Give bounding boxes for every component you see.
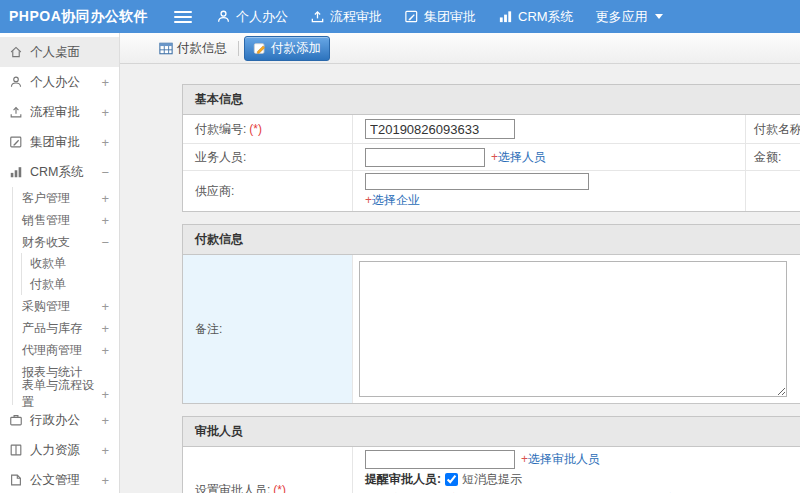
table-icon bbox=[159, 42, 173, 55]
form-row-supplier: 供应商: +选择企业 bbox=[183, 171, 800, 211]
set-approver-label: 设置审批人员: bbox=[195, 482, 270, 493]
user-icon bbox=[216, 9, 231, 24]
edit-icon bbox=[9, 135, 23, 149]
form-row-remark: 备注: bbox=[183, 255, 800, 403]
sidebar-item-crm[interactable]: CRM系统 − bbox=[0, 157, 119, 187]
required-mark: (*) bbox=[249, 122, 262, 136]
form-row-payment-no: 付款编号: (*) 付款名称: (*) bbox=[183, 115, 800, 144]
supplier-label: 供应商: bbox=[195, 183, 234, 200]
form-row-approver: 设置审批人员: (*) +选择审批人员 提醒审批人员: 短消息提示 bbox=[183, 447, 800, 493]
user-icon bbox=[9, 75, 23, 89]
section-approval: 审批人员 设置审批人员: (*) +选择审批人员 提醒审批人员: bbox=[182, 416, 800, 493]
section-title: 付款信息 bbox=[183, 225, 800, 255]
supplier-input[interactable] bbox=[365, 173, 589, 190]
sidebar: 个人桌面 个人办公 + 流程审批 + 集团审批 + CRM系统 − 客户管理 +… bbox=[0, 33, 120, 493]
home-icon bbox=[9, 45, 23, 59]
payment-no-input[interactable] bbox=[365, 119, 515, 139]
payment-no-label: 付款编号: bbox=[195, 121, 246, 138]
bar-chart-icon bbox=[9, 165, 23, 179]
edit-icon bbox=[404, 9, 419, 24]
app-logo: PHPOA协同办公软件 bbox=[0, 8, 150, 26]
sidebar-item-products-inventory[interactable]: 产品与库存 + bbox=[12, 317, 119, 339]
upload-icon bbox=[310, 9, 325, 24]
tab-separator bbox=[238, 41, 239, 56]
select-approver-link[interactable]: +选择审批人员 bbox=[521, 451, 600, 468]
required-mark: (*) bbox=[273, 483, 286, 493]
nav-group-approval[interactable]: 集团审批 bbox=[404, 8, 476, 26]
top-nav: 个人办公 流程审批 集团审批 CRM系统 更多应用 bbox=[216, 8, 663, 26]
briefcase-icon bbox=[9, 413, 23, 427]
select-person-link[interactable]: +选择人员 bbox=[491, 149, 546, 166]
caret-down-icon bbox=[655, 14, 663, 19]
remark-label: 备注: bbox=[195, 321, 222, 338]
edit-add-icon bbox=[253, 42, 267, 55]
sidebar-item-group-approval[interactable]: 集团审批 + bbox=[0, 127, 119, 157]
business-person-label: 业务人员: bbox=[195, 149, 246, 166]
sidebar-item-personal-desktop[interactable]: 个人桌面 bbox=[0, 37, 119, 67]
remind-approver-label: 提醒审批人员: bbox=[365, 471, 441, 488]
book-icon bbox=[9, 443, 23, 457]
sidebar-item-payment-order[interactable]: 付款单 bbox=[12, 274, 119, 295]
sidebar-item-finance[interactable]: 财务收支 − bbox=[12, 231, 119, 253]
sidebar-item-agent-mgmt[interactable]: 代理商管理 + bbox=[12, 339, 119, 361]
amount-label: 金额: bbox=[754, 149, 781, 166]
tab-strip: 付款信息 付款添加 bbox=[120, 33, 800, 64]
sms-remind-checkbox[interactable] bbox=[445, 473, 458, 486]
sms-remind-label: 短消息提示 bbox=[462, 471, 522, 488]
form-row-business-person: 业务人员: +选择人员 金额: bbox=[183, 144, 800, 171]
upload-icon bbox=[9, 105, 23, 119]
tab-payment-add[interactable]: 付款添加 bbox=[244, 36, 330, 61]
sidebar-item-workflow-approval[interactable]: 流程审批 + bbox=[0, 97, 119, 127]
section-payment-info: 付款信息 备注: bbox=[182, 224, 800, 404]
sidebar-item-hr[interactable]: 人力资源 + bbox=[0, 435, 119, 465]
sidebar-item-customer-mgmt[interactable]: 客户管理 + bbox=[12, 187, 119, 209]
section-title: 审批人员 bbox=[183, 417, 800, 447]
main-content: 基本信息 付款编号: (*) 付款名称: (*) 业务人员: bbox=[120, 64, 800, 493]
payment-name-label: 付款名称: bbox=[754, 121, 800, 138]
section-title: 基本信息 bbox=[183, 85, 800, 115]
sidebar-item-purchase-mgmt[interactable]: 采购管理 + bbox=[12, 295, 119, 317]
sidebar-item-personal-office[interactable]: 个人办公 + bbox=[0, 67, 119, 97]
nav-crm-system[interactable]: CRM系统 bbox=[498, 8, 574, 26]
sidebar-item-sales-mgmt[interactable]: 销售管理 + bbox=[12, 209, 119, 231]
business-person-input[interactable] bbox=[365, 148, 485, 167]
document-icon bbox=[9, 473, 23, 487]
nav-workflow-approval[interactable]: 流程审批 bbox=[310, 8, 382, 26]
select-company-link[interactable]: +选择企业 bbox=[365, 192, 745, 209]
topbar: PHPOA协同办公软件 个人办公 流程审批 集团审批 CRM系统 更多应用 bbox=[0, 0, 800, 33]
sidebar-item-document-mgmt[interactable]: 公文管理 + bbox=[0, 465, 119, 493]
tab-payment-list[interactable]: 付款信息 bbox=[153, 36, 233, 61]
remark-textarea[interactable] bbox=[359, 261, 787, 397]
nav-more-apps[interactable]: 更多应用 bbox=[596, 8, 663, 26]
payment-form: 基本信息 付款编号: (*) 付款名称: (*) 业务人员: bbox=[182, 84, 800, 493]
section-basic-info: 基本信息 付款编号: (*) 付款名称: (*) 业务人员: bbox=[182, 84, 800, 212]
sidebar-item-receipt-order[interactable]: 收款单 bbox=[12, 253, 119, 274]
sidebar-item-form-workflow-settings[interactable]: 表单与流程设置 + bbox=[12, 383, 119, 405]
hamburger-menu-icon[interactable] bbox=[174, 11, 192, 23]
nav-personal-office[interactable]: 个人办公 bbox=[216, 8, 288, 26]
approver-input[interactable] bbox=[365, 450, 515, 469]
bar-chart-icon bbox=[498, 9, 513, 24]
